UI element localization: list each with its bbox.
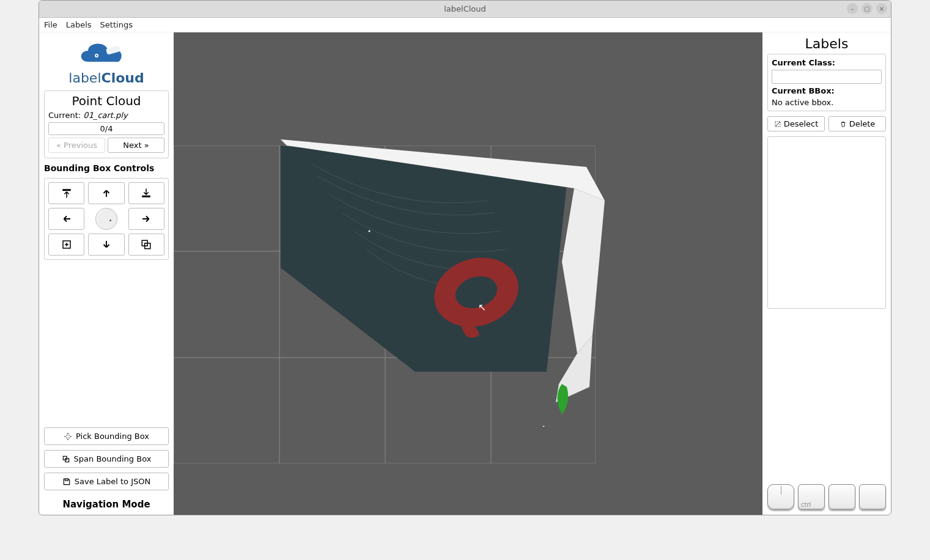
arrow-up-bar-icon: [61, 188, 72, 199]
scale-down-button[interactable]: [128, 234, 164, 256]
menubar: File Labels Settings: [39, 18, 891, 32]
deselect-icon: [774, 120, 781, 128]
minimize-button[interactable]: –: [847, 3, 858, 14]
maximize-button[interactable]: ▢: [862, 3, 873, 14]
svg-rect-8: [65, 479, 68, 481]
logo: labelCloud: [44, 35, 169, 86]
prev-button: « Previous: [48, 138, 105, 153]
current-bbox-value: No active bbox.: [772, 98, 882, 107]
move-forward-button[interactable]: [88, 182, 124, 204]
window-title: labelCloud: [444, 4, 486, 13]
move-back-button[interactable]: [88, 234, 124, 256]
menu-file[interactable]: File: [44, 20, 57, 29]
svg-marker-20: [562, 188, 605, 353]
current-bbox-label: Current BBox:: [772, 86, 882, 95]
next-button[interactable]: Next »: [108, 138, 164, 153]
logo-text-label: label: [68, 70, 101, 86]
bbox-controls: [44, 178, 169, 260]
pointcloud-title: Point Cloud: [48, 94, 164, 108]
span-bbox-label: Span Bounding Box: [74, 454, 152, 463]
span-bbox-button[interactable]: Span Bounding Box: [44, 450, 169, 468]
save-json-label: Save Label to JSON: [75, 477, 150, 486]
deselect-button[interactable]: Deselect: [767, 116, 825, 131]
mouse-hint-icon: [767, 484, 794, 510]
viewport-3d[interactable]: ↖: [174, 32, 762, 515]
blank-key-hint-1: [829, 484, 855, 510]
logo-text-cloud: Cloud: [101, 70, 144, 86]
svg-line-27: [775, 122, 780, 127]
svg-point-24: [369, 230, 371, 232]
span-icon: [62, 455, 70, 463]
arrow-right-icon: [141, 213, 152, 224]
app-window: labelCloud – ▢ × File Labels Settings la…: [39, 0, 891, 515]
rotation-dial[interactable]: [95, 208, 117, 230]
pointcloud-counter: 0/4: [48, 122, 164, 135]
deselect-label: Deselect: [784, 119, 819, 128]
mode-label: Navigation Mode: [44, 495, 169, 510]
pointcloud-render: [275, 139, 617, 427]
current-label: Current:: [48, 111, 81, 120]
pick-bbox-button[interactable]: Pick Bounding Box: [44, 427, 169, 445]
labels-title: Labels: [767, 36, 886, 51]
move-up-z-button[interactable]: [48, 182, 84, 204]
arrow-down-bar-icon: [141, 188, 152, 199]
mouse-cursor-icon: ↖: [478, 301, 486, 313]
move-right-button[interactable]: [128, 208, 164, 230]
menu-labels[interactable]: Labels: [66, 20, 92, 29]
pointcloud-current: Current: 01_cart.ply: [48, 111, 164, 120]
key-hints: ctrl: [767, 479, 886, 510]
cloud-logo-icon: [76, 37, 137, 69]
delete-button[interactable]: Delete: [829, 116, 886, 131]
labels-properties: Current Class: Current BBox: No active b…: [767, 54, 886, 111]
ctrl-key-hint: ctrl: [798, 484, 825, 510]
menu-settings[interactable]: Settings: [100, 20, 133, 29]
pick-bbox-label: Pick Bounding Box: [76, 432, 149, 441]
move-down-z-button[interactable]: [128, 182, 164, 204]
current-class-label: Current Class:: [772, 58, 882, 67]
current-file: 01_cart.ply: [83, 111, 127, 120]
move-left-button[interactable]: [48, 208, 84, 230]
labels-list[interactable]: [767, 136, 886, 309]
pointcloud-box: Point Cloud Current: 01_cart.ply 0/4 « P…: [44, 90, 169, 158]
close-button[interactable]: ×: [876, 3, 887, 14]
arrow-left-icon: [61, 213, 72, 224]
scale-up-button[interactable]: [48, 234, 84, 256]
copy-box-icon: [141, 239, 152, 250]
save-json-button[interactable]: Save Label to JSON: [44, 473, 169, 490]
arrow-down-icon: [101, 239, 112, 250]
crosshair-icon: [64, 432, 72, 441]
arrow-up-icon: [101, 188, 112, 199]
bbox-controls-label: Bounding Box Controls: [44, 163, 169, 173]
left-panel: labelCloud Point Cloud Current: 01_cart.…: [39, 32, 174, 515]
current-class-input[interactable]: [772, 70, 882, 84]
plus-box-icon: [61, 239, 72, 250]
blank-key-hint-2: [859, 484, 886, 510]
svg-point-25: [543, 426, 545, 427]
logo-text: labelCloud: [44, 70, 169, 86]
right-panel: Labels Current Class: Current BBox: No a…: [762, 32, 891, 515]
svg-point-2: [96, 55, 97, 56]
delete-label: Delete: [849, 119, 876, 128]
trash-icon: [840, 120, 847, 128]
save-icon: [62, 477, 71, 486]
titlebar: labelCloud – ▢ ×: [39, 1, 891, 18]
